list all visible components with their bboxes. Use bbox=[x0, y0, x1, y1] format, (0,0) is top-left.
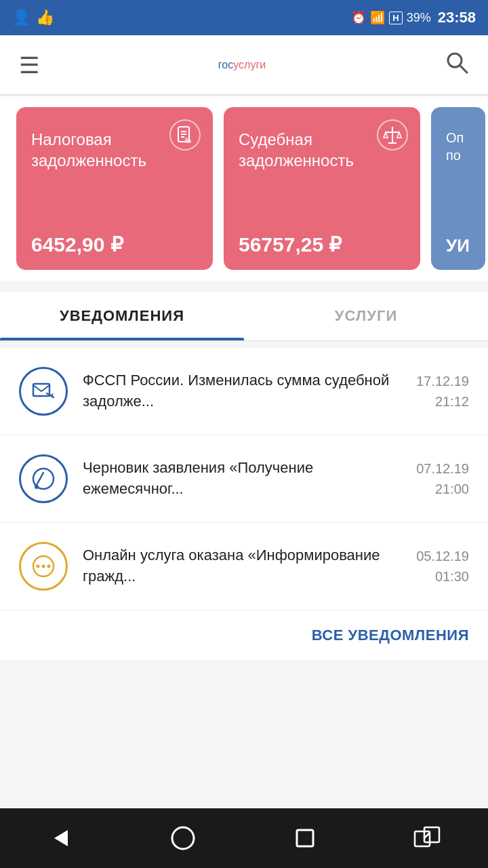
notif-avatar-1 bbox=[19, 367, 68, 416]
like-icon: 👍 bbox=[36, 9, 54, 26]
card-tax[interactable]: % Налоговая задолженность 6452,90 ₽ bbox=[16, 107, 213, 270]
notification-item-3[interactable]: Онлайн услуга оказана «Информирование гр… bbox=[0, 523, 488, 610]
notif-date-1: 17.12.19 21:12 bbox=[416, 371, 469, 412]
share-button[interactable] bbox=[413, 825, 441, 852]
tab-notifications[interactable]: УВЕДОМЛЕНИЯ bbox=[0, 292, 244, 340]
notif-avatar-3 bbox=[19, 542, 68, 591]
alarm-icon: ⏰ bbox=[351, 10, 366, 25]
svg-marker-18 bbox=[54, 830, 68, 846]
svg-rect-21 bbox=[415, 831, 430, 846]
svg-text:%: % bbox=[185, 137, 191, 144]
svg-line-12 bbox=[36, 473, 43, 486]
notif-title-2: Черновик заявления «Получение ежемесячно… bbox=[83, 458, 401, 500]
battery-text: 39% bbox=[407, 11, 431, 25]
notif-content-2: Черновик заявления «Получение ежемесячно… bbox=[83, 458, 401, 500]
status-bar: 👤 👍 ⏰ 📶 H 39% 23:58 bbox=[0, 0, 488, 35]
home-button[interactable] bbox=[169, 825, 197, 852]
tax-card-title: Налоговая задолженность bbox=[31, 129, 167, 171]
tax-card-amount: 6452,90 ₽ bbox=[31, 233, 198, 256]
recent-apps-button[interactable] bbox=[291, 825, 319, 852]
notif-date-3: 05.12.19 01:30 bbox=[416, 546, 469, 587]
judicial-card-amount: 56757,25 ₽ bbox=[239, 233, 405, 256]
svg-point-15 bbox=[37, 565, 40, 568]
svg-point-19 bbox=[172, 827, 194, 849]
user-icon: 👤 bbox=[12, 9, 30, 26]
svg-rect-20 bbox=[297, 830, 313, 846]
notification-item-2[interactable]: Черновик заявления «Получение ежемесячно… bbox=[0, 435, 488, 523]
all-notifications-link[interactable]: ВСЕ УВЕДОМЛЕНИЯ bbox=[312, 627, 469, 644]
menu-button[interactable]: ☰ bbox=[19, 52, 39, 79]
partial-card-title: Оппо bbox=[446, 129, 470, 164]
notif-content-3: Онлайн услуга оказана «Информирование гр… bbox=[83, 545, 401, 587]
notif-title-1: ФССП России. Изменилась сумма судебной з… bbox=[83, 370, 401, 412]
data-icon: H bbox=[389, 12, 402, 24]
status-left-icons: 👤 👍 bbox=[12, 9, 54, 26]
notifications-list: ФССП России. Изменилась сумма судебной з… bbox=[0, 348, 488, 610]
notif-date-2: 07.12.19 21:00 bbox=[416, 458, 469, 499]
bottom-nav bbox=[0, 808, 488, 868]
logo-gos: гос bbox=[218, 59, 233, 71]
navbar: ☰ госуслуги bbox=[0, 35, 488, 95]
svg-line-1 bbox=[460, 66, 467, 73]
status-time: 23:58 bbox=[438, 9, 476, 26]
status-right-icons: ⏰ 📶 H 39% 23:58 bbox=[351, 9, 476, 26]
search-button[interactable] bbox=[445, 50, 469, 80]
svg-point-13 bbox=[35, 485, 39, 489]
card-judicial[interactable]: Судебная задолженность 56757,25 ₽ bbox=[224, 107, 420, 270]
judicial-card-icon bbox=[377, 119, 408, 151]
logo-uslugi: услуги bbox=[233, 59, 266, 71]
svg-point-17 bbox=[47, 565, 51, 568]
cards-section: % Налоговая задолженность 6452,90 ₽ Суде… bbox=[0, 96, 488, 281]
partial-card-amount: УИ bbox=[446, 235, 470, 256]
back-button[interactable] bbox=[47, 825, 75, 852]
notif-content-1: ФССП России. Изменилась сумма судебной з… bbox=[83, 370, 401, 412]
judicial-card-title: Судебная задолженность bbox=[239, 129, 374, 171]
signal-icon: 📶 bbox=[370, 10, 385, 25]
notification-item-1[interactable]: ФССП России. Изменилась сумма судебной з… bbox=[0, 348, 488, 435]
notif-title-3: Онлайн услуга оказана «Информирование гр… bbox=[83, 545, 401, 587]
tax-card-icon: % bbox=[169, 119, 201, 151]
svg-point-16 bbox=[42, 565, 45, 568]
all-notifications-row: ВСЕ УВЕДОМЛЕНИЯ bbox=[0, 610, 488, 660]
logo: госуслуги bbox=[218, 59, 266, 71]
notif-avatar-2 bbox=[19, 454, 68, 503]
tabs-section: УВЕДОМЛЕНИЯ УСЛУГИ bbox=[0, 292, 488, 341]
tab-services[interactable]: УСЛУГИ bbox=[244, 292, 488, 340]
card-partial[interactable]: Оппо УИ bbox=[431, 107, 485, 270]
